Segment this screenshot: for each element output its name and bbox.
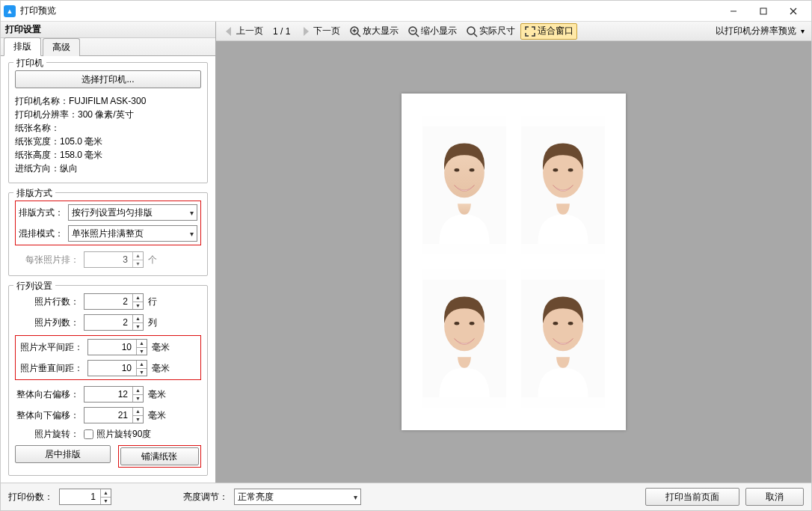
settings-sidebar: 打印设置 排版 高级 打印机 选择打印机... 打印机名称：FUJIFILM A… bbox=[1, 22, 216, 483]
brightness-select[interactable]: 正常亮度 bbox=[234, 489, 361, 505]
maximize-button[interactable] bbox=[748, 1, 778, 22]
copies-label: 打印份数： bbox=[8, 491, 53, 504]
svg-point-11 bbox=[568, 168, 573, 171]
rows-spinner[interactable]: 2▲▼ bbox=[84, 293, 144, 310]
photo-slot bbox=[521, 116, 605, 254]
brightness-label: 亮度调节： bbox=[183, 491, 228, 504]
fit-window-button[interactable]: 适合窗口 bbox=[520, 23, 577, 40]
svg-point-7 bbox=[470, 168, 475, 171]
svg-rect-0 bbox=[760, 8, 766, 14]
svg-point-19 bbox=[568, 322, 573, 325]
print-current-page-button[interactable]: 打印当前页面 bbox=[645, 488, 739, 506]
grid-group: 行列设置 照片行数： 2▲▼ 行 照片列数： 2▲▼ 列 照片水平间距： 10▲… bbox=[8, 285, 208, 476]
layout-mode-select[interactable]: 按行列设置均匀排版 bbox=[68, 204, 197, 221]
printer-info: 打印机名称：FUJIFILM ASK-300 打印机分辨率：300 像素/英寸 … bbox=[15, 94, 201, 175]
select-printer-button[interactable]: 选择打印机... bbox=[15, 70, 201, 88]
paper-preview bbox=[402, 94, 626, 430]
rotate-checkbox[interactable]: 照片旋转90度 bbox=[84, 428, 151, 441]
settings-tabs: 排版 高级 bbox=[1, 38, 215, 56]
cancel-button[interactable]: 取消 bbox=[745, 488, 804, 506]
photo-slot bbox=[521, 269, 605, 408]
svg-point-10 bbox=[553, 168, 559, 171]
page-indicator: 1 / 1 bbox=[268, 26, 295, 37]
printer-group: 打印机 选择打印机... 打印机名称：FUJIFILM ASK-300 打印机分… bbox=[8, 62, 208, 183]
svg-point-14 bbox=[455, 322, 460, 325]
svg-point-15 bbox=[470, 322, 475, 325]
layout-mode-legend: 排版方式 bbox=[13, 187, 55, 200]
actual-size-button[interactable]: 实际尺寸 bbox=[462, 23, 519, 40]
cols-spinner[interactable]: 2▲▼ bbox=[84, 314, 144, 331]
prev-page-button[interactable]: 上一页 bbox=[219, 23, 267, 40]
mix-mode-label: 混排模式： bbox=[19, 227, 64, 240]
grid-legend: 行列设置 bbox=[13, 280, 55, 293]
svg-point-18 bbox=[553, 322, 559, 325]
layout-mode-label: 排版方式： bbox=[19, 206, 64, 219]
zoom-in-button[interactable]: 放大显示 bbox=[345, 23, 402, 40]
footer: 打印份数： 1▲▼ 亮度调节： 正常亮度 打印当前页面 取消 bbox=[1, 483, 811, 510]
app-icon bbox=[4, 5, 16, 17]
printer-legend: 打印机 bbox=[13, 57, 46, 70]
svg-point-6 bbox=[455, 168, 460, 171]
copies-spinner[interactable]: 1▲▼ bbox=[59, 489, 111, 505]
photo-slot bbox=[422, 116, 506, 254]
zoom-out-button[interactable]: 缩小显示 bbox=[404, 23, 461, 40]
preview-canvas bbox=[216, 41, 811, 483]
next-page-button[interactable]: 下一页 bbox=[296, 23, 344, 40]
perpage-label: 每张照片排： bbox=[15, 254, 79, 266]
mix-mode-select[interactable]: 单张照片排满整页 bbox=[68, 225, 197, 242]
hgap-spinner[interactable]: 10▲▼ bbox=[87, 339, 147, 355]
titlebar: 打印预览 bbox=[1, 1, 811, 22]
tab-advanced[interactable]: 高级 bbox=[43, 38, 80, 56]
fill-paper-button[interactable]: 铺满纸张 bbox=[120, 447, 200, 465]
vgap-spinner[interactable]: 10▲▼ bbox=[87, 360, 147, 376]
svg-point-3 bbox=[467, 27, 475, 34]
tab-layout[interactable]: 排版 bbox=[4, 37, 41, 56]
perpage-spinner[interactable]: 3▲▼ bbox=[84, 251, 144, 268]
doff-spinner[interactable]: 21▲▼ bbox=[84, 407, 144, 423]
center-layout-button[interactable]: 居中排版 bbox=[15, 445, 111, 463]
sidebar-title: 打印设置 bbox=[1, 22, 215, 38]
window-title: 打印预览 bbox=[20, 4, 56, 17]
minimize-button[interactable] bbox=[719, 1, 748, 22]
roff-spinner[interactable]: 12▲▼ bbox=[84, 386, 144, 403]
layout-mode-group: 排版方式 排版方式： 按行列设置均匀排版 混排模式： 单张照片排满整页 每张照片… bbox=[8, 192, 208, 276]
photo-slot bbox=[422, 269, 506, 408]
preview-resolution-dropdown[interactable]: 以打印机分辨率预览 bbox=[712, 23, 808, 40]
close-button[interactable] bbox=[778, 1, 808, 22]
preview-toolbar: 上一页 1 / 1 下一页 放大显示 缩小显示 实际尺寸 适合窗口 bbox=[216, 22, 811, 41]
